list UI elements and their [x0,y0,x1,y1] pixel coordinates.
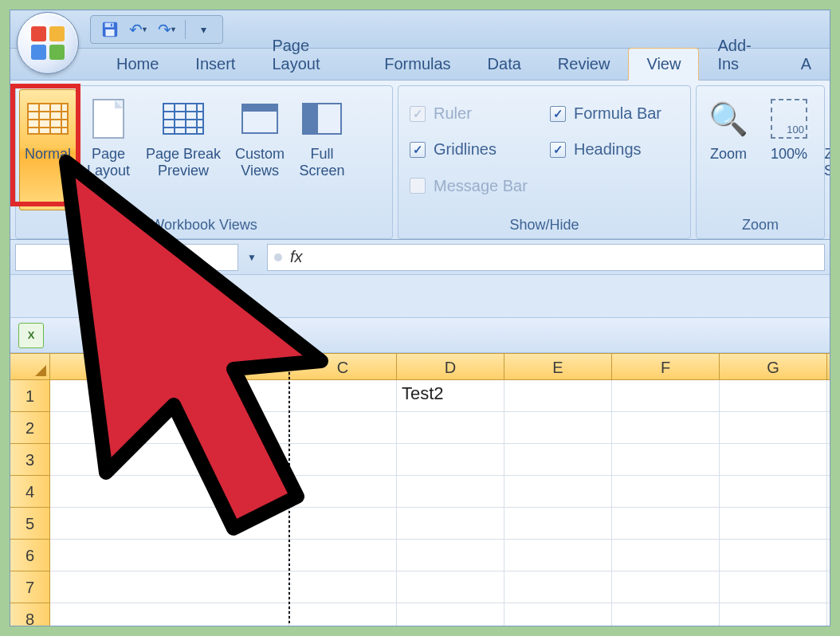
button-sublabel: Preview [158,163,209,179]
checkbox-label: Gridlines [434,140,497,159]
page-layout-button[interactable]: Page Layout [80,89,137,210]
column-header-e[interactable]: E [504,354,612,379]
cell[interactable] [50,380,289,411]
zoom-selection-button[interactable]: Z S [821,89,830,210]
cell-d1[interactable]: Test2 [397,380,504,411]
row-header-8[interactable]: 8 [10,603,50,626]
cell[interactable] [397,540,504,571]
cell[interactable] [50,508,289,539]
cell[interactable] [289,540,397,571]
column-header[interactable] [50,354,289,379]
cell-f1[interactable] [612,380,720,411]
row-header-5[interactable]: 5 [10,508,50,540]
tab-review[interactable]: Review [540,48,629,80]
gridlines-checkbox[interactable]: ✓ Gridlines [410,132,545,167]
cell[interactable] [720,476,827,507]
cell[interactable] [720,444,827,475]
cell-c1[interactable] [289,380,397,411]
separator [185,20,186,39]
button-label: Zoom [710,146,747,163]
undo-button[interactable]: ↶▼ [126,18,151,41]
cell[interactable] [504,571,612,603]
cell[interactable] [612,603,720,626]
cell[interactable] [504,540,612,571]
page-break-preview-button[interactable]: Page Break Preview [140,89,226,210]
cell[interactable] [504,603,612,626]
normal-view-icon [26,96,70,141]
tab-formulas[interactable]: Formulas [366,48,469,80]
tab-insert[interactable]: Insert [177,48,253,80]
cell[interactable] [504,444,612,475]
cell[interactable] [289,444,397,475]
cell[interactable] [612,476,720,507]
qat-customize-button[interactable]: ▾ [190,18,216,41]
normal-view-button[interactable]: Normal [19,89,77,210]
cell[interactable] [612,508,720,539]
formula-bar[interactable]: fx [267,244,825,271]
tab-partial[interactable]: A [783,48,830,80]
cell[interactable] [504,412,612,443]
row-header-4[interactable]: 4 [10,476,50,508]
cell[interactable] [720,412,827,443]
cell[interactable] [504,508,612,539]
ribbon-tabs: Home Insert Page Layout Formulas Data Re… [10,49,830,80]
row-header-3[interactable]: 3 [10,444,50,476]
cell[interactable] [289,571,397,603]
redo-button[interactable]: ↷▼ [155,18,180,41]
name-box-dropdown[interactable]: ▼ [243,244,261,271]
cell[interactable] [397,412,504,443]
cell[interactable] [720,571,827,603]
cell[interactable] [720,603,827,626]
cell[interactable] [50,571,289,603]
row-header-2[interactable]: 2 [10,412,50,444]
row-header-6[interactable]: 6 [10,540,50,571]
cell[interactable] [397,571,504,603]
column-header-d[interactable]: D [397,354,504,379]
cell[interactable] [289,412,397,443]
cell[interactable] [612,444,720,475]
cell[interactable] [50,603,289,626]
headings-checkbox[interactable]: ✓ Headings [550,132,701,167]
cell[interactable] [289,508,397,539]
cell[interactable] [612,571,720,603]
cell[interactable] [397,476,504,507]
cell[interactable] [289,476,397,507]
cell[interactable] [50,412,289,443]
cell[interactable] [50,476,289,507]
cell-g1[interactable] [720,380,827,411]
cell[interactable] [397,444,504,475]
cell[interactable] [720,508,827,539]
customize-icon: ▾ [201,23,206,36]
cell[interactable] [289,603,397,626]
save-button[interactable] [97,18,123,41]
formula-bar-checkbox[interactable]: ✓ Formula Bar [550,96,701,132]
select-all-corner[interactable] [10,354,50,379]
cell[interactable] [612,412,720,443]
office-button[interactable] [17,12,79,74]
cells-area[interactable]: Test2 [50,380,830,626]
full-screen-button[interactable]: Full Screen [293,89,351,210]
cell[interactable] [397,508,504,539]
full-screen-icon [300,96,344,141]
custom-views-button[interactable]: Custom Views [230,89,290,210]
row-header-7[interactable]: 7 [10,571,50,603]
column-header-g[interactable]: G [720,354,827,379]
tab-page-layout[interactable]: Page Layout [253,29,366,80]
name-box[interactable] [15,244,238,271]
column-header-c[interactable]: C [289,354,397,379]
cell[interactable] [397,603,504,626]
row-header-1[interactable]: 1 [10,380,50,412]
cell[interactable] [720,540,827,571]
cell[interactable] [50,444,289,475]
zoom-button[interactable]: 🔍 Zoom [700,89,757,210]
tab-home[interactable]: Home [98,48,177,80]
cell[interactable] [504,476,612,507]
button-sublabel: S [824,163,830,179]
cell[interactable] [50,540,289,571]
cell-e1[interactable] [504,380,612,411]
column-header-f[interactable]: F [612,354,720,379]
tab-data[interactable]: Data [469,48,540,80]
tab-view[interactable]: View [628,48,699,80]
cell[interactable] [612,540,720,571]
tab-add-ins[interactable]: Add-Ins [699,29,782,80]
